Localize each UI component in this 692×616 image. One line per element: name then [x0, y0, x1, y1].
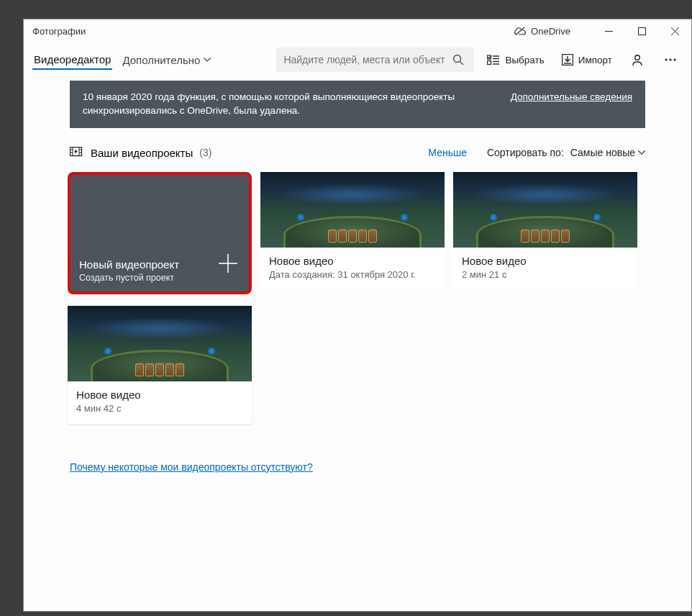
onedrive-label: OneDrive [531, 26, 570, 37]
section-count: (3) [199, 147, 211, 158]
missing-projects-link[interactable]: Почему некоторые мои видеопроекты отсутс… [70, 461, 313, 473]
banner-more-info-link[interactable]: Дополнительные сведения [511, 91, 632, 104]
svg-point-16 [665, 58, 667, 60]
tab-video-editor[interactable]: Видеоредактор [32, 50, 112, 70]
project-card[interactable]: Новое видео 4 мин 42 с [68, 306, 252, 424]
account-button[interactable] [625, 47, 650, 72]
project-subtitle: 2 мин 21 с [462, 269, 629, 280]
less-link[interactable]: Меньше [428, 147, 467, 158]
cloud-off-icon [514, 25, 527, 38]
search-input[interactable] [283, 54, 450, 65]
select-button[interactable]: Выбрать [483, 51, 548, 68]
project-card[interactable]: Новое видео 2 мин 21 с [453, 172, 637, 294]
plus-icon [217, 253, 239, 274]
project-thumbnail [260, 172, 445, 248]
section-title: Ваши видеопроекты [91, 147, 193, 159]
tab-more-label: Дополнительно [122, 54, 200, 66]
projects-grid: Новый видеопроект Создать пустой проект … [63, 166, 652, 430]
svg-rect-9 [488, 61, 491, 65]
video-project-icon [70, 147, 84, 158]
window-controls [592, 19, 691, 43]
project-subtitle: 4 мин 42 с [76, 403, 243, 414]
person-icon [631, 53, 644, 66]
import-button[interactable]: Импорт [557, 51, 616, 68]
maximize-icon [638, 27, 646, 35]
import-label: Импорт [578, 55, 612, 65]
minimize-icon [605, 27, 613, 35]
project-card[interactable]: Новое видео Дата создания: 31 октября 20… [260, 172, 445, 294]
select-label: Выбрать [505, 55, 544, 65]
tab-more[interactable]: Дополнительно [121, 51, 212, 69]
more-button[interactable] [658, 47, 683, 72]
close-icon [671, 27, 679, 35]
import-icon [562, 54, 573, 65]
app-window: Фотографии OneDrive Видеоредактор Дополн… [23, 19, 692, 612]
new-project-card[interactable]: Новый видеопроект Создать пустой проект [68, 172, 252, 294]
minimize-button[interactable] [592, 19, 625, 43]
banner-text: 10 января 2020 года функция, с помощью к… [83, 91, 511, 118]
chevron-down-icon [638, 150, 645, 155]
maximize-button[interactable] [625, 19, 658, 43]
close-button[interactable] [658, 19, 691, 43]
more-horizontal-icon [665, 58, 676, 61]
svg-point-17 [669, 58, 671, 60]
svg-point-18 [673, 58, 675, 60]
project-title: Новое видео [76, 389, 243, 401]
header-toolbar: Видеоредактор Дополнительно Выбрать [24, 43, 691, 76]
new-project-title: Новый видеопроект [79, 258, 240, 271]
chevron-down-icon [204, 58, 211, 62]
svg-point-4 [454, 55, 461, 63]
svg-point-15 [635, 55, 640, 60]
svg-rect-1 [638, 28, 645, 35]
app-title: Фотографии [32, 26, 86, 37]
project-thumbnail [453, 172, 637, 248]
search-icon [452, 54, 464, 65]
sort-dropdown[interactable]: Самые новые [570, 147, 645, 158]
project-title: Новое видео [462, 255, 629, 267]
project-subtitle: Дата создания: 31 октября 2020 г. [269, 269, 436, 280]
titlebar: Фотографии OneDrive [24, 19, 691, 43]
new-project-subtitle: Создать пустой проект [79, 273, 240, 283]
sort-label: Сортировать по: [487, 147, 564, 158]
onedrive-button[interactable]: OneDrive [514, 25, 570, 38]
project-title: Новое видео [269, 255, 436, 267]
onedrive-removal-banner: 10 января 2020 года функция, с помощью к… [70, 81, 645, 128]
checklist-icon [487, 54, 500, 65]
search-input-container[interactable] [276, 47, 474, 72]
svg-line-5 [460, 62, 464, 65]
sort-value-text: Самые новые [570, 147, 635, 158]
section-header: Ваши видеопроекты (3) Меньше Сортировать… [70, 147, 645, 159]
project-thumbnail [68, 306, 252, 381]
